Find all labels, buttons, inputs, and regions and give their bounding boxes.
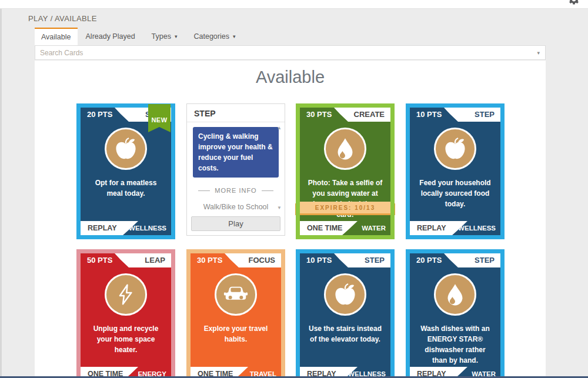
card-footer: ONE TIME WATER [300,221,390,235]
play-available-page: PLAY / AVAILABLE Available Already Playe… [0,0,588,378]
card-points-tab: 50 PTS [81,253,129,267]
scroll-up-icon[interactable]: ▲ [277,125,282,131]
card-description: Wash dishes with an ENERGY STAR® dishwas… [410,323,500,366]
card-footer: REPLAY WELLNESS [81,221,171,235]
apple-icon [105,128,147,170]
card-type-label: STEP [187,104,285,122]
card-points: 30 PTS [300,108,348,122]
card-points-tab: 10 PTS [410,108,458,122]
tab-categories-label: Categories [193,32,229,41]
expires-ribbon: EXPIRES: 10/13 [297,202,393,213]
card-header: 10 PTS STEP [410,108,500,122]
card-header: 10 PTS STEP [300,253,390,267]
search-bar: ▾ [35,45,546,60]
card-description: Use the stairs instead of the elevator t… [300,323,390,344]
card-points: 10 PTS [410,108,458,122]
card-points: 30 PTS [191,253,239,267]
card-header: 20 PTS STEP [410,253,500,267]
apple-icon [434,128,476,170]
chevron-down-icon: ▾ [175,34,178,39]
card-description: Feed your household locally sourced food… [410,178,500,209]
tab-types-dropdown[interactable]: Types ▾ [143,28,186,45]
card-header: 30 PTS FOCUS [191,253,281,267]
card-category-tab: WELLNESS [452,221,500,235]
card-description: Explore your travel habits. [191,323,281,344]
more-info-link[interactable]: Walk/Bike to School [187,201,285,214]
card-category: WATER [342,221,390,235]
card[interactable]: 20 PTS STEP Wash dishes with an ENERGY S… [406,249,505,378]
lightning-bolt-icon [105,273,147,316]
card-category-tab: WATER [342,221,390,235]
card-header: 30 PTS CREATE [300,108,390,122]
card-footer: REPLAY WELLNESS [410,221,500,235]
card[interactable]: 30 PTS CREATE Photo: Take a selfie of yo… [296,103,395,239]
car-icon [215,273,257,316]
card[interactable]: 10 PTS STEP Use the stairs instead of th… [296,249,395,378]
card-header: 50 PTS LEAP [81,253,171,267]
new-badge-label: NEW [148,116,171,123]
page-title: Available [35,68,546,87]
card-description: Opt for a meatless meal today. [81,178,171,199]
card-play-frequency: ONE TIME [307,221,342,235]
card-type-label: FOCUS [249,253,276,267]
breadcrumb: PLAY / AVAILABLE [28,14,97,23]
card-points-tab: 10 PTS [300,253,348,267]
tab-already-played[interactable]: Already Played [78,28,143,45]
card-type-label: LEAP [145,253,165,267]
card-category: WELLNESS [452,221,500,235]
search-input[interactable] [35,49,537,57]
card-type-label: CREATE [354,108,385,122]
card-points: 20 PTS [410,253,458,267]
card[interactable]: 20 PTS STEP Opt for a meatless meal toda… [76,103,175,239]
water-drop-icon [324,128,366,170]
tab-available[interactable]: Available [35,28,78,45]
card[interactable]: 10 PTS STEP Feed your household locally … [406,103,505,239]
card-points: 20 PTS [81,108,129,122]
expires-label: EXPIRES: 10/13 [297,202,393,213]
card-flipped: STEP Cycling & walking improve your heal… [186,103,285,236]
water-drop-icon [434,273,476,316]
tab-bar: Available Already Played Types ▾ Categor… [35,28,243,45]
card-play-frequency: REPLAY [88,221,117,235]
card-points-tab: 30 PTS [191,253,239,267]
card-category: WELLNESS [123,221,171,235]
gear-icon[interactable] [567,0,581,6]
tab-categories-dropdown[interactable]: Categories ▾ [185,28,243,45]
top-bar [0,0,588,9]
card[interactable]: 30 PTS FOCUS Explore your trave [186,249,285,378]
card-type-label: STEP [475,253,495,267]
card-type-label: STEP [365,253,385,267]
tab-types-label: Types [152,32,171,41]
left-edge-strip [0,9,2,378]
card[interactable]: 50 PTS LEAP Unplug and recycle your home… [76,249,175,378]
chevron-down-icon[interactable]: ▾ [537,50,545,56]
more-info-divider: MORE INFO [187,187,285,194]
tab-available-label: Available [41,33,71,41]
card-points: 50 PTS [81,253,129,267]
tab-already-played-label: Already Played [86,32,135,41]
chevron-down-icon: ▾ [233,34,236,39]
play-button[interactable]: Play [191,216,280,231]
card-type-label: STEP [475,108,495,122]
card-points-tab: 20 PTS [81,108,129,122]
card-points: 10 PTS [300,253,348,267]
apple-icon [324,273,366,316]
scroll-down-icon[interactable]: ▼ [277,205,282,210]
card-description: Unplug and recycle your home space heate… [81,323,171,355]
card-play-frequency: REPLAY [417,221,446,235]
card-info-panel: Cycling & walking improve your health & … [193,127,279,178]
card-points-tab: 20 PTS [410,253,458,267]
card-points-tab: 30 PTS [300,108,348,122]
cards-panel: Available 20 PTS STEP Opt for a m [35,61,546,378]
card-category-tab: WELLNESS [123,221,171,235]
